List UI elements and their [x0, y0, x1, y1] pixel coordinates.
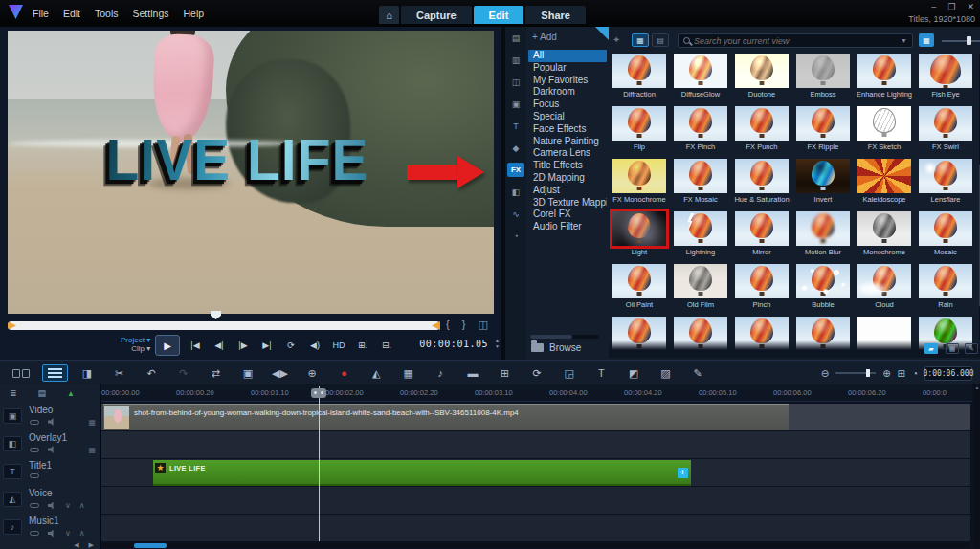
- timeline-ruler[interactable]: 00:00:00.0000:00:00.2000:00:01.1000:00:0…: [101, 384, 972, 402]
- effect-item[interactable]: Light: [609, 211, 670, 264]
- auto-music-icon[interactable]: ♪: [432, 367, 449, 379]
- motion-path-icon[interactable]: ∿: [505, 203, 526, 225]
- track-layout-icon[interactable]: ▤: [38, 388, 47, 398]
- preview-timecode[interactable]: 00:00:01.05: [419, 339, 488, 349]
- previous-frame-button[interactable]: ◀|: [211, 336, 228, 355]
- track-list-icon[interactable]: ≣: [10, 388, 17, 398]
- speaker-icon[interactable]: [48, 530, 56, 538]
- category-item[interactable]: Corel FX: [528, 209, 607, 221]
- effect-item[interactable]: FX Pinch: [670, 106, 731, 159]
- effect-item[interactable]: Duotone: [731, 54, 792, 106]
- video-preview[interactable]: LIVE LIFE: [8, 31, 494, 314]
- timeline-playhead-handle[interactable]: [311, 388, 326, 398]
- close-button[interactable]: ✕: [967, 2, 974, 11]
- trim-start-handle[interactable]: [8, 321, 16, 330]
- category-scrollbar[interactable]: [530, 335, 599, 339]
- thumbnail-view-button[interactable]: ▦: [632, 33, 649, 47]
- category-item[interactable]: Focus: [528, 99, 607, 111]
- effect-item[interactable]: Invert: [792, 159, 854, 211]
- mask-creator-icon[interactable]: ◩: [625, 367, 642, 380]
- record-snapshot-icon[interactable]: ◨: [78, 367, 96, 380]
- mode-tab[interactable]: Edit: [474, 6, 524, 24]
- effect-item[interactable]: Flip: [609, 106, 670, 159]
- menu-item[interactable]: Edit: [63, 8, 80, 19]
- voice-track-row[interactable]: [101, 487, 970, 514]
- volume-button[interactable]: ◀): [306, 336, 323, 355]
- chevron-down-icon[interactable]: ∨: [65, 501, 71, 510]
- effect-item[interactable]: Emboss: [792, 54, 854, 106]
- effect-item[interactable]: Monochrome: [854, 211, 915, 264]
- motion-tracking-icon[interactable]: ⊕: [303, 367, 321, 380]
- repeat-button[interactable]: ⟳: [282, 336, 300, 355]
- effect-item[interactable]: Hue & Saturation: [731, 159, 792, 211]
- category-item[interactable]: Darkroom: [528, 86, 607, 99]
- effect-item[interactable]: Lightning: [670, 211, 731, 264]
- category-item[interactable]: Adjust: [528, 185, 607, 197]
- thumbnail-size-slider[interactable]: [942, 40, 980, 42]
- clip-mode-button[interactable]: Clip ▾: [121, 344, 150, 353]
- effect-item[interactable]: Diffraction: [609, 54, 670, 106]
- safe-area-button[interactable]: ⊟.: [378, 336, 395, 355]
- overlay-icon[interactable]: ◧: [505, 181, 526, 203]
- link-icon[interactable]: [30, 503, 39, 508]
- timecode-spinner[interactable]: ▲▼: [495, 338, 500, 349]
- track-grid-icon[interactable]: ▦: [88, 418, 96, 427]
- effect-item[interactable]: Lensflare: [915, 159, 976, 211]
- menu-item[interactable]: File: [33, 8, 49, 19]
- favorite-sort-icon[interactable]: ✦: [612, 34, 620, 45]
- split-clip-button[interactable]: ◫: [478, 318, 487, 331]
- title-icon[interactable]: T: [505, 115, 526, 137]
- effect-item[interactable]: FX Punch: [731, 106, 792, 159]
- sound-mixer-icon[interactable]: ◭: [368, 367, 385, 380]
- preview-scrubber[interactable]: [8, 321, 440, 330]
- category-item[interactable]: My Favorites: [528, 75, 607, 87]
- category-item[interactable]: Popular: [528, 62, 607, 75]
- effect-item[interactable]: FX Monochrome: [609, 159, 670, 211]
- add-track-icon[interactable]: ▲: [67, 389, 75, 398]
- video-clip[interactable]: shot-from-behind-of-young-woman-walking-…: [103, 404, 789, 430]
- restore-button[interactable]: ❐: [947, 2, 955, 11]
- effect-item[interactable]: Old Film: [670, 264, 731, 317]
- photo-icon[interactable]: ▣: [505, 93, 526, 115]
- filter-view-button[interactable]: ▦: [919, 33, 934, 47]
- fit-project-icon[interactable]: ⊞: [898, 368, 905, 379]
- video-track-row[interactable]: shot-from-behind-of-young-woman-walking-…: [101, 404, 970, 430]
- effect-item[interactable]: Rain: [915, 264, 976, 317]
- scroll-arrow[interactable]: ▶: [89, 541, 94, 549]
- category-item[interactable]: Face Effects: [528, 123, 607, 136]
- speaker-icon[interactable]: [48, 418, 56, 426]
- zoom-in-icon[interactable]: ⊕: [882, 368, 890, 379]
- track-header-overlay[interactable]: ◧ Overlay1 ▦: [0, 431, 101, 458]
- timeline-zoom-slider[interactable]: [835, 372, 876, 374]
- effect-item[interactable]: Fish Eye: [915, 54, 976, 106]
- scrubber-playhead[interactable]: [211, 311, 221, 319]
- title-track-row[interactable]: ★ LIVE LIFE +: [101, 459, 970, 486]
- slider-thumb[interactable]: [967, 36, 971, 45]
- library-grid-icon[interactable]: ▦: [946, 343, 959, 354]
- category-item[interactable]: 2D Mapping: [528, 172, 607, 185]
- scrollbar-thumb[interactable]: [134, 543, 167, 548]
- mode-tab[interactable]: Share: [525, 6, 586, 24]
- category-item[interactable]: Audio Filter: [528, 221, 607, 233]
- link-icon[interactable]: [30, 531, 39, 536]
- previous-clip-button[interactable]: |◀: [187, 336, 204, 355]
- mark-out-button[interactable]: }: [462, 318, 466, 331]
- media-icon[interactable]: ▤: [505, 27, 526, 49]
- split-audio-icon[interactable]: ◀▶: [271, 367, 288, 380]
- timeline-horizontal-scrollbar[interactable]: [101, 543, 970, 548]
- effect-item[interactable]: FX Ripple: [792, 106, 854, 159]
- effect-item[interactable]: Enhance Lighting: [854, 54, 915, 106]
- search-input[interactable]: [694, 36, 901, 46]
- track-grid-icon[interactable]: ▦: [88, 446, 96, 454]
- mode-tab[interactable]: Capture: [401, 6, 472, 24]
- link-icon[interactable]: [30, 473, 39, 478]
- category-item[interactable]: All: [528, 50, 607, 62]
- scroll-arrow[interactable]: ◀: [74, 541, 78, 549]
- effect-item[interactable]: FX Mosaic: [670, 159, 731, 211]
- speaker-icon[interactable]: [48, 502, 56, 510]
- effect-item[interactable]: Motion Blur: [792, 211, 854, 264]
- zoom-slider-thumb[interactable]: [866, 369, 870, 377]
- edit-pencil-icon[interactable]: ✎: [965, 343, 978, 354]
- effect-item[interactable]: Cloud: [854, 264, 915, 317]
- hd-toggle-button[interactable]: HD: [330, 336, 347, 355]
